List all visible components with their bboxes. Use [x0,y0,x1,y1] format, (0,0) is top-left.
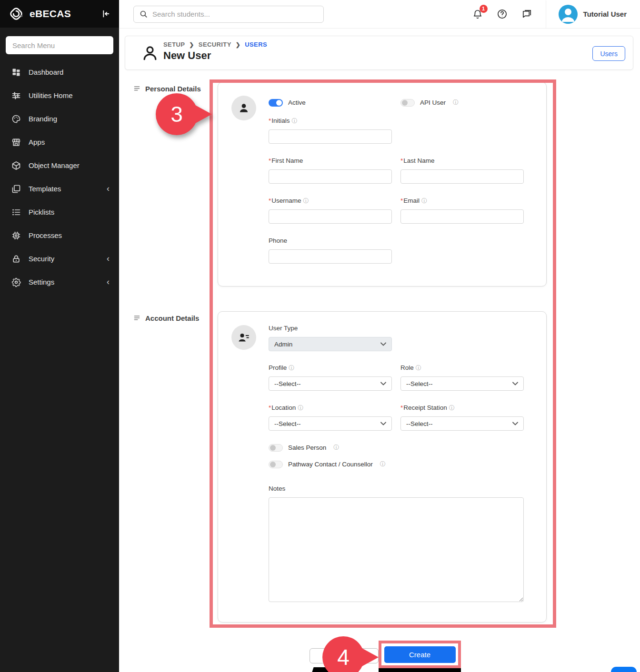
processes-icon [11,231,21,240]
user-type-select[interactable]: Admin [269,337,392,351]
help-button[interactable] [496,8,509,20]
profile-label: Profileⓘ [269,364,392,374]
person-avatar-icon [231,96,256,120]
chevron-down-icon [380,382,386,385]
username-input[interactable] [269,209,392,224]
receipt-station-select[interactable]: --Select-- [400,416,524,431]
sidebar-item-label: Dashboard [29,68,110,76]
pin-number: 3 [156,93,198,135]
chat-icon [521,9,532,20]
breadcrumb: SETUP ❯ SECURITY ❯ USERS [163,41,267,48]
info-icon[interactable]: ⓘ [298,405,303,411]
breadcrumb-setup[interactable]: SETUP [163,41,185,48]
sidebar: eBECAS Dashboard Utilities Home Branding… [0,0,119,672]
logo-row: eBECAS [0,0,119,28]
sidebar-item-apps[interactable]: Apps [0,130,119,154]
picklists-icon [11,208,21,217]
role-select[interactable]: --Select-- [400,376,524,391]
info-icon[interactable]: ⓘ [333,444,339,452]
annotation-highlight-create: Create [379,641,461,668]
user-menu[interactable]: Tutorial User [559,5,627,24]
api-user-toggle[interactable] [400,99,415,107]
initials-input[interactable] [269,129,392,144]
divider [546,0,546,28]
sidebar-item-label: Templates [29,185,99,193]
info-icon[interactable]: ⓘ [303,198,309,204]
breadcrumb-security[interactable]: SECURITY [199,41,231,48]
sidebar-item-settings[interactable]: Settings ‹ [0,270,119,294]
info-icon[interactable]: ⓘ [289,365,294,371]
section-list-icon [133,85,140,92]
object-manager-icon [11,161,21,170]
pathway-contact-toggle[interactable] [269,461,283,468]
menu-search-input[interactable] [6,36,113,54]
utilities-icon [11,91,21,100]
role-label: Roleⓘ [400,364,524,374]
info-icon[interactable]: ⓘ [416,365,421,371]
last-name-label: *Last Name [400,157,524,167]
sidebar-item-dashboard[interactable]: Dashboard [0,60,119,84]
sales-person-toggle[interactable] [269,444,283,452]
pin-number: 4 [322,636,364,672]
profile-select[interactable]: --Select-- [269,376,392,391]
api-user-label: API User [420,99,446,106]
first-name-label: *First Name [269,157,392,167]
annotation-shadow [379,668,461,672]
info-icon[interactable]: ⓘ [453,99,459,107]
phone-input[interactable] [269,249,392,264]
sidebar-item-templates[interactable]: Templates ‹ [0,177,119,200]
personal-details-section-label: Personal Details [133,85,201,93]
page-title: New User [163,49,267,62]
dashboard-icon [11,68,21,77]
sidebar-item-utilities-home[interactable]: Utilities Home [0,84,119,107]
sidebar-item-label: Branding [29,115,110,123]
notes-label: Notes [269,485,524,494]
info-icon[interactable]: ⓘ [380,460,386,468]
email-label: *Emailⓘ [400,197,524,207]
topbar: 1 Tutorial User [119,0,640,29]
notifications-button[interactable]: 1 [471,8,484,20]
settings-gear-icon [11,277,21,287]
active-toggle[interactable] [269,99,283,107]
chat-button[interactable] [521,8,533,20]
breadcrumb-users[interactable]: USERS [245,41,267,48]
receipt-station-label: *Receipt Stationⓘ [400,404,524,414]
sidebar-item-security[interactable]: Security ‹ [0,247,119,270]
sidebar-item-branding[interactable]: Branding [0,107,119,130]
chevron-down-icon [380,342,386,346]
annotation-pin-3: 3 [156,93,216,135]
student-search-input[interactable] [152,10,318,18]
pathway-contact-label: Pathway Contact / Counsellor [288,461,373,468]
personal-details-card: Active API User ⓘ *Initialsⓘ *First Name [218,82,547,287]
sidebar-item-processes[interactable]: Processes [0,224,119,247]
chat-widget-button[interactable] [611,667,637,672]
student-search[interactable] [133,6,324,23]
sidebar-item-object-manager[interactable]: Object Manager [0,154,119,177]
users-button[interactable]: Users [592,46,625,61]
info-icon[interactable]: ⓘ [449,405,455,411]
phone-label: Phone [269,237,392,247]
notes-textarea[interactable] [269,497,524,602]
location-select[interactable]: --Select-- [269,416,392,431]
chevron-right-icon: ❯ [189,41,194,48]
create-button[interactable]: Create [384,646,456,663]
user-type-label: User Type [269,325,392,334]
collapse-sidebar-icon[interactable] [99,8,111,20]
sidebar-item-picklists[interactable]: Picklists [0,200,119,224]
logo-icon [8,5,25,22]
sidebar-item-label: Apps [29,138,110,146]
account-details-card: User Type Admin Profileⓘ --Select-- [218,311,547,623]
templates-icon [11,184,21,194]
chevron-left-icon: ‹ [107,254,110,263]
first-name-input[interactable] [269,169,392,184]
last-name-input[interactable] [400,169,524,184]
apps-icon [11,138,21,147]
info-icon[interactable]: ⓘ [421,198,427,204]
info-icon[interactable]: ⓘ [292,118,298,124]
chevron-left-icon: ‹ [107,277,110,286]
email-input[interactable] [400,209,524,224]
user-avatar-icon [559,5,578,24]
section-list-icon [133,315,140,322]
sidebar-item-label: Settings [29,278,99,286]
breadcrumb-person-icon [141,44,159,63]
